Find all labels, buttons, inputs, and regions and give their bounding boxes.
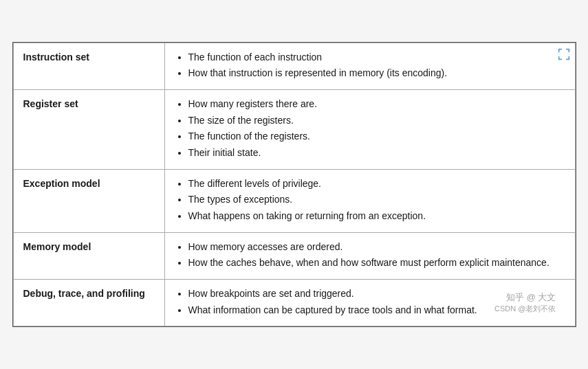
list-item: How memory accesses are ordered. bbox=[188, 240, 565, 255]
main-table: Instruction setThe function of each inst… bbox=[13, 43, 576, 327]
desc-cell-0: The function of each instructionHow that… bbox=[164, 43, 575, 89]
table-row: Register setHow many registers there are… bbox=[13, 89, 575, 169]
list-item: The different levels of privilege. bbox=[188, 177, 565, 192]
desc-list-1: How many registers there are.The size of… bbox=[175, 97, 565, 161]
term-cell-1: Register set bbox=[13, 89, 164, 169]
desc-list-0: The function of each instructionHow that… bbox=[175, 50, 565, 81]
page-container: Instruction setThe function of each inst… bbox=[0, 0, 588, 369]
desc-list-4: How breakpoints are set and triggered.Wh… bbox=[175, 287, 565, 317]
desc-list-3: How memory accesses are ordered.How the … bbox=[175, 240, 565, 271]
desc-cell-1: How many registers there are.The size of… bbox=[164, 89, 575, 169]
list-item: The size of the registers. bbox=[188, 113, 565, 128]
list-item: The types of exceptions. bbox=[188, 192, 565, 208]
table-row: Exception modelThe different levels of p… bbox=[13, 169, 575, 232]
list-item: What happens on taking or returning from… bbox=[188, 209, 565, 224]
desc-list-2: The different levels of privilege.The ty… bbox=[175, 177, 565, 224]
scan-icon[interactable] bbox=[556, 47, 571, 62]
list-item: How the caches behave, when and how soft… bbox=[188, 256, 565, 271]
list-item: How breakpoints are set and triggered. bbox=[188, 287, 565, 302]
list-item: The function of each instruction bbox=[188, 50, 565, 65]
table-wrapper: Instruction setThe function of each inst… bbox=[12, 42, 576, 328]
term-cell-0: Instruction set bbox=[13, 43, 164, 89]
table-row: Memory modelHow memory accesses are orde… bbox=[13, 232, 575, 279]
desc-cell-3: How memory accesses are ordered.How the … bbox=[164, 232, 575, 279]
term-cell-3: Memory model bbox=[13, 232, 164, 279]
list-item: How that instruction is represented in m… bbox=[188, 66, 565, 81]
list-item: What information can be captured by trac… bbox=[188, 303, 565, 318]
list-item: How many registers there are. bbox=[188, 97, 565, 112]
list-item: The function of the registers. bbox=[188, 129, 565, 144]
term-cell-2: Exception model bbox=[13, 169, 164, 232]
desc-cell-4: How breakpoints are set and triggered.Wh… bbox=[164, 280, 575, 326]
term-cell-4: Debug, trace, and profiling bbox=[13, 280, 164, 326]
list-item: Their initial state. bbox=[188, 146, 565, 161]
desc-cell-2: The different levels of privilege.The ty… bbox=[164, 169, 575, 232]
table-row: Instruction setThe function of each inst… bbox=[13, 43, 575, 89]
table-row: Debug, trace, and profilingHow breakpoin… bbox=[13, 280, 575, 326]
